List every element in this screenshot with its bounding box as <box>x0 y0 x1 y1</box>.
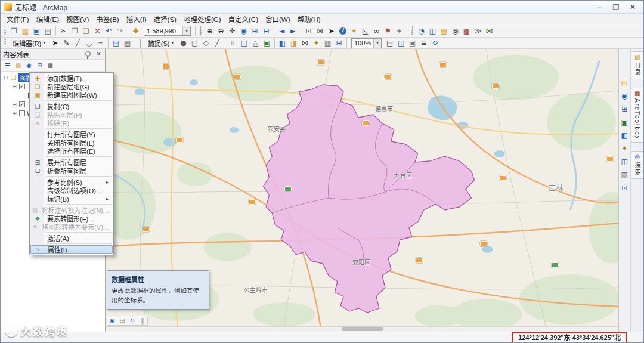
pan-tool[interactable]: ✛ <box>227 26 238 36</box>
python-window-button[interactable]: ≫ <box>472 26 484 36</box>
time-slider-button[interactable]: ◔ <box>416 26 427 36</box>
snap-end-button[interactable]: ▢ <box>189 38 200 48</box>
list-by-source-button[interactable]: ▤ <box>13 61 23 70</box>
effects-tool[interactable]: ✦ <box>311 38 322 48</box>
docked-tool-8[interactable]: ▥ <box>620 169 630 180</box>
cut-button[interactable]: ✂ <box>58 26 69 36</box>
map-topology-button[interactable]: ◫ <box>239 38 250 48</box>
zoom-in-tool[interactable]: ⊕ <box>204 26 215 36</box>
toc-close-icon[interactable]: ✕ <box>95 51 103 57</box>
list-by-selection-button[interactable]: ⊡ <box>35 61 45 70</box>
trace-tool[interactable]: ≈ <box>95 38 106 48</box>
context-menu-item[interactable]: 关闭所有图层(L) ▸ <box>30 138 113 147</box>
intersect-tool[interactable]: ⋈ <box>299 38 311 48</box>
dock-tab[interactable]: ◎ 搜索 <box>631 151 643 179</box>
context-menu-item[interactable]: ❑ 粘贴图层(P) ▸ <box>30 110 113 119</box>
context-menu-item[interactable]: ❖ 将图形转换为要素(V)... ▸ <box>30 223 113 231</box>
menubar-item[interactable]: 地理处理(G) <box>180 14 225 24</box>
auto-hide-pin-icon[interactable] <box>85 51 91 57</box>
docked-tool-9[interactable]: ⊡ <box>620 183 630 193</box>
docked-tool-7[interactable]: ◫ <box>620 156 630 166</box>
forward-extent-button[interactable]: ► <box>287 26 299 36</box>
go-to-xy-tool[interactable]: ⌖ <box>394 26 405 36</box>
arctoolbox-window-button[interactable]: ▩ <box>461 26 472 36</box>
snap-edge-button[interactable]: ╱ <box>212 38 223 48</box>
collapse-icon[interactable]: ⊟ <box>3 75 9 81</box>
context-menu-item[interactable]: ▤ 将标注转换为注记(N)... ▸ <box>30 206 113 214</box>
open-file-button[interactable]: ▨ <box>20 26 31 36</box>
collapse-icon[interactable]: ⊟ <box>11 101 17 107</box>
arc-tool[interactable]: ◡ <box>83 38 95 48</box>
modelbuilder-button[interactable]: ⋈ <box>484 26 495 36</box>
zoom-out-tool[interactable]: ⊖ <box>215 26 227 36</box>
full-extent-button[interactable]: ◉ <box>238 26 249 36</box>
snap-vertex-button[interactable]: ◇ <box>200 38 212 48</box>
layout-view-button[interactable]: ▤ <box>117 316 127 325</box>
copy-button[interactable]: ❐ <box>69 26 80 36</box>
docked-tool-3[interactable]: ⊞ <box>620 104 630 114</box>
context-menu-item[interactable]: 标记(B) ▸ <box>30 194 113 203</box>
clear-selection-button[interactable]: ⊠ <box>314 26 326 36</box>
snap-point-button[interactable]: ● <box>178 38 189 48</box>
refresh-button[interactable]: ↻ <box>429 38 441 48</box>
map-scale-combo[interactable]: 1:589,990 ▾ <box>144 26 191 36</box>
editor-menu-button[interactable]: 编辑器(R) ▾ <box>8 38 49 48</box>
viewer-window-button[interactable]: ◫ <box>427 26 438 36</box>
combo-dropdown-icon[interactable]: ▾ <box>373 39 381 48</box>
context-menu-item[interactable]: ❐ 复制(C) ▸ <box>30 102 113 110</box>
select-features-tool[interactable]: ⊡ <box>303 26 314 36</box>
pause-drawing-button[interactable]: ‖ <box>138 316 147 325</box>
measure-tool[interactable]: ◺ <box>360 26 371 36</box>
context-menu-item[interactable]: ❏ 新建图层组(G) ▸ <box>30 82 113 91</box>
docked-tool-2[interactable]: ◉ <box>620 91 630 101</box>
new-map-file-button[interactable]: ❐ <box>8 26 20 36</box>
save-button[interactable]: ▣ <box>31 26 42 36</box>
validate-topology-button[interactable]: △ <box>250 38 261 48</box>
context-menu-item[interactable]: ⊞ 展开所有图层 ▸ <box>30 158 113 166</box>
minimize-button[interactable]: ─ <box>591 2 608 13</box>
docked-tool-1[interactable]: ▤ <box>620 78 630 88</box>
scrollbar-thumb[interactable] <box>342 327 383 331</box>
expand-icon[interactable]: ⊞ <box>11 110 17 116</box>
menubar-item[interactable]: 书签(B) <box>92 14 122 24</box>
sketch-properties-button[interactable]: ▦ <box>122 38 133 48</box>
shared-features-button[interactable]: ▣ <box>261 38 273 48</box>
edit-tool[interactable]: ➤ <box>49 38 61 48</box>
toolbar-grip[interactable] <box>200 26 202 35</box>
report-button[interactable]: ▣ <box>407 38 418 48</box>
context-menu-item[interactable]: ✕ 移除(R) ▸ <box>30 119 113 127</box>
back-extent-button[interactable]: ◄ <box>276 26 287 36</box>
context-menu-item[interactable]: 参考比例(S) ▸ <box>30 178 113 186</box>
search-window-button[interactable]: ◎ <box>450 26 461 36</box>
combo-dropdown-icon[interactable]: ▾ <box>182 26 190 35</box>
split-tool[interactable]: ╱ <box>72 38 83 48</box>
docked-tool-6[interactable]: ✦ <box>620 143 630 153</box>
map-horizontal-scrollbar[interactable] <box>106 326 618 332</box>
menubar-item[interactable]: 文件(F) <box>3 14 33 24</box>
menubar-item[interactable]: 编辑(E) <box>33 14 63 24</box>
toolbar-grip[interactable] <box>4 39 6 48</box>
find-tool[interactable]: ∞ <box>371 26 382 36</box>
context-menu-item[interactable]: 选择所有图层(E) ▸ <box>30 147 113 155</box>
menubar-item[interactable]: 自定义(C) <box>225 14 262 24</box>
html-popup-tool[interactable]: ✦ <box>348 26 360 36</box>
sketch-tool[interactable]: ✎ <box>61 38 72 48</box>
menubar-item[interactable]: 视图(V) <box>63 14 92 24</box>
collapse-icon[interactable]: ⊟ <box>11 84 17 89</box>
context-menu-item[interactable]: ▣ 新建底图图层(W) ▸ <box>30 91 113 99</box>
layer-visibility-checkbox[interactable]: ✓ <box>19 101 25 107</box>
context-menu-item[interactable]: ✚ 添加数据(T)... ▸ <box>30 74 113 82</box>
topology-tool[interactable]: ⌗ <box>227 38 239 48</box>
toc-options-button[interactable]: ▦ <box>45 61 55 70</box>
catalog-window-button[interactable]: ▦ <box>438 26 450 36</box>
layer-visibility-checkbox[interactable] <box>19 110 25 116</box>
undo-button[interactable]: ↶ <box>103 26 114 36</box>
toolbar-grip[interactable] <box>411 26 413 35</box>
context-menu-item[interactable]: 打开所有图层(Y) ▸ <box>30 130 113 138</box>
attributes-button[interactable]: ▤ <box>110 38 122 48</box>
find-route-tool[interactable]: ⚑ <box>382 26 394 36</box>
flicker-tool[interactable]: ⊞ <box>333 38 345 48</box>
menubar-item[interactable]: 插入(I) <box>123 14 150 24</box>
menubar-item[interactable]: 帮助(H) <box>294 14 324 24</box>
identify-tool[interactable]: i <box>337 26 348 36</box>
